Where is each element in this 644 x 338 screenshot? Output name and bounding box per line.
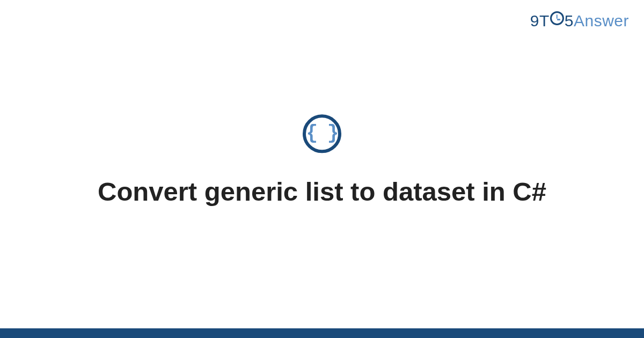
footer-accent-bar [0,328,644,338]
site-logo[interactable]: 9T 5 Answer [530,12,629,30]
clock-icon [550,11,564,25]
page-title: Convert generic list to dataset in C# [65,175,579,208]
braces-glyph: { } [306,124,338,143]
code-braces-icon: { } [303,114,341,153]
logo-text-answer: Answer [574,12,629,30]
logo-text-9t: 9T [530,12,550,30]
logo-text-5: 5 [565,12,574,30]
main-content: { } Convert generic list to dataset in C… [0,114,644,208]
